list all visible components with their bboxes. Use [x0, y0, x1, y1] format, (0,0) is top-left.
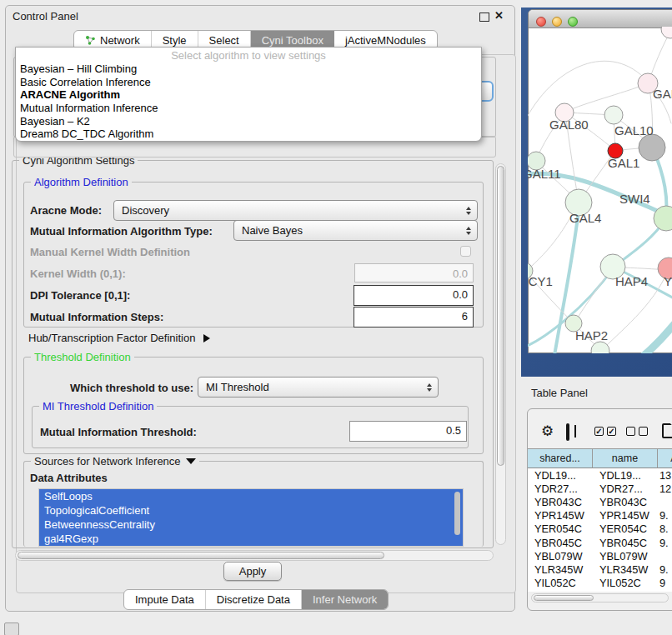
- table-panel-title: Table Panel: [531, 387, 588, 399]
- table-cell: 8.: [658, 522, 672, 535]
- settings-vertical-scrollbar-thumb[interactable]: [497, 166, 504, 466]
- table-cell: 13: [658, 469, 672, 482]
- table-header-row: shared...nameA: [528, 448, 672, 468]
- tab-label: Discretize Data: [217, 593, 290, 606]
- hub-definition-label: Hub/Transcription Factor Definition: [28, 332, 195, 344]
- table-cell: 12: [658, 482, 672, 495]
- table-cell: 9.: [658, 509, 672, 522]
- table-horizontal-scrollbar[interactable]: [531, 593, 669, 602]
- table-row[interactable]: YBR045CYBR045C9.: [528, 536, 672, 549]
- table-row[interactable]: YDR27...YDR27...12: [528, 482, 672, 495]
- network-window-titlebar[interactable]: [529, 10, 672, 28]
- collapsed-panel-icon[interactable]: [4, 622, 19, 635]
- network-canvas[interactable]: GALGAL80GAL10GAL1GAL11GAL4SWI4GCY1HAP4YH…: [528, 27, 672, 353]
- table-cell: YBL079W: [528, 550, 593, 562]
- tab-label: Style: [163, 34, 187, 47]
- table-row[interactable]: YBR043CYBR043C: [528, 495, 672, 508]
- node-label: GAL1: [608, 156, 639, 170]
- aracne-mode-combobox[interactable]: Discovery: [113, 200, 478, 221]
- which-threshold-combobox[interactable]: MI Threshold: [198, 377, 439, 398]
- sources-title: Sources for Network Inference: [34, 455, 181, 468]
- table-row[interactable]: YDL19...YDL19...13: [528, 468, 672, 482]
- threshold-definition-title: Threshold Definition: [31, 351, 134, 363]
- new-table-icon[interactable]: [662, 423, 672, 438]
- node-label: GCY1: [528, 274, 553, 288]
- table-column-header[interactable]: A: [658, 448, 672, 468]
- list-scrollbar-thumb[interactable]: [454, 492, 460, 535]
- table-row[interactable]: YIL052CYIL052C9: [528, 577, 672, 590]
- sources-expander[interactable]: Sources for Network Inference: [31, 455, 199, 468]
- settings-horizontal-scrollbar[interactable]: [15, 550, 494, 561]
- screen: Control Panel ✕ NetworkStyleSelectCyni T…: [0, 0, 672, 635]
- kernel-width-field[interactable]: 0.0: [354, 263, 474, 282]
- split-panel-icon[interactable]: [566, 423, 569, 441]
- tab-label: Select: [209, 34, 239, 47]
- dropdown-item[interactable]: Bayesian – K2: [16, 115, 481, 128]
- table-cell: YLR345W: [593, 563, 658, 576]
- table-cell: 9.: [658, 563, 672, 576]
- network-edge: [632, 315, 672, 353]
- network-icon: [85, 35, 96, 46]
- table-cell: YBR043C: [528, 496, 593, 508]
- dropdown-item[interactable]: Dream8 DC_TDC Algorithm: [16, 128, 481, 141]
- zoom-traffic-light[interactable]: [568, 17, 578, 27]
- source-attribute-item[interactable]: BetweennessCentrality: [39, 518, 463, 532]
- mi-type-combobox[interactable]: Naive Bayes: [233, 220, 478, 241]
- table-row[interactable]: YER054CYER054C8.: [528, 522, 672, 536]
- which-threshold-value: MI Threshold: [206, 381, 269, 393]
- mi-threshold-field[interactable]: 0.5: [349, 421, 467, 442]
- table-row[interactable]: YLR345WYLR345W9.: [528, 562, 672, 576]
- node-top-partial[interactable]: [661, 27, 672, 38]
- hub-definition-expander[interactable]: Hub/Transcription Factor Definition: [28, 332, 210, 344]
- tab-label: Impute Data: [135, 593, 194, 606]
- tab-infer-network[interactable]: Infer Network: [302, 590, 388, 609]
- source-attribute-item[interactable]: gal4RGexp: [39, 532, 463, 546]
- table-cell: YIL052C: [528, 577, 593, 589]
- mi-steps-field[interactable]: 6: [354, 307, 474, 328]
- table-cell: 9.: [658, 537, 672, 549]
- table-cell: YBR045C: [528, 537, 593, 549]
- apply-button[interactable]: Apply: [223, 562, 282, 581]
- settings-horizontal-scrollbar-thumb[interactable]: [18, 552, 384, 559]
- tab-discretize-data[interactable]: Discretize Data: [206, 590, 302, 609]
- settings-vertical-scrollbar[interactable]: [495, 163, 506, 545]
- aracne-mode-value: Discovery: [122, 204, 169, 217]
- node-label: HAP4: [615, 274, 648, 288]
- table-row[interactable]: YBL079WYBL079W: [528, 549, 672, 562]
- manual-kernel-checkbox[interactable]: [460, 246, 471, 257]
- dropdown-item[interactable]: Bayesian – Hill Climbing: [16, 62, 481, 76]
- checkbox-unchecked-icon[interactable]: [639, 427, 648, 436]
- table-settings-gear-icon[interactable]: ⚙: [541, 424, 554, 438]
- close-traffic-light[interactable]: [536, 17, 546, 27]
- tab-label: Cyni Toolbox: [262, 34, 323, 47]
- table-column-header[interactable]: shared...: [528, 448, 593, 468]
- dpi-tolerance-field[interactable]: 0.0: [354, 285, 474, 306]
- table-row[interactable]: YPR145WYPR145W9.: [528, 509, 672, 522]
- mi-threshold-label: Mutual Information Threshold:: [40, 426, 197, 438]
- node-label: Y: [664, 274, 672, 288]
- table-cell: 9: [658, 577, 672, 589]
- dropdown-item[interactable]: Mutual Information Inference: [16, 102, 481, 115]
- source-attribute-item[interactable]: TopologicalCoefficient: [39, 503, 463, 518]
- table-cell: YDR27...: [593, 482, 658, 495]
- mi-type-label: Mutual Information Algorithm Type:: [30, 225, 213, 238]
- close-panel-icon[interactable]: ✕: [494, 9, 504, 22]
- node-gal10[interactable]: [604, 106, 623, 124]
- table-column-header[interactable]: name: [593, 448, 658, 468]
- node-gray[interactable]: [639, 134, 665, 161]
- cyni-bottom-tabbar: Impute DataDiscretize DataInfer Network: [123, 589, 389, 610]
- node-label: HAP2: [575, 328, 608, 342]
- checkbox-checked-icon[interactable]: ✓: [607, 427, 616, 436]
- dropdown-item[interactable]: Basic Correlation Inference: [16, 76, 481, 89]
- minimize-traffic-light[interactable]: [552, 17, 562, 27]
- aracne-mode-label: Aracne Mode:: [30, 204, 102, 217]
- float-panel-icon[interactable]: [479, 12, 489, 22]
- tab-label: jActiveMNodules: [345, 34, 426, 47]
- tab-impute-data[interactable]: Impute Data: [124, 590, 206, 609]
- table-horizontal-scrollbar-thumb[interactable]: [534, 595, 594, 601]
- checkbox-checked-icon[interactable]: ✓: [594, 427, 604, 436]
- dropdown-item[interactable]: ARACNE Algorithm: [16, 88, 481, 102]
- checkbox-unchecked-icon[interactable]: [626, 427, 635, 436]
- source-attribute-item[interactable]: SelfLoops: [39, 489, 463, 503]
- table-cell: YER054C: [593, 522, 658, 535]
